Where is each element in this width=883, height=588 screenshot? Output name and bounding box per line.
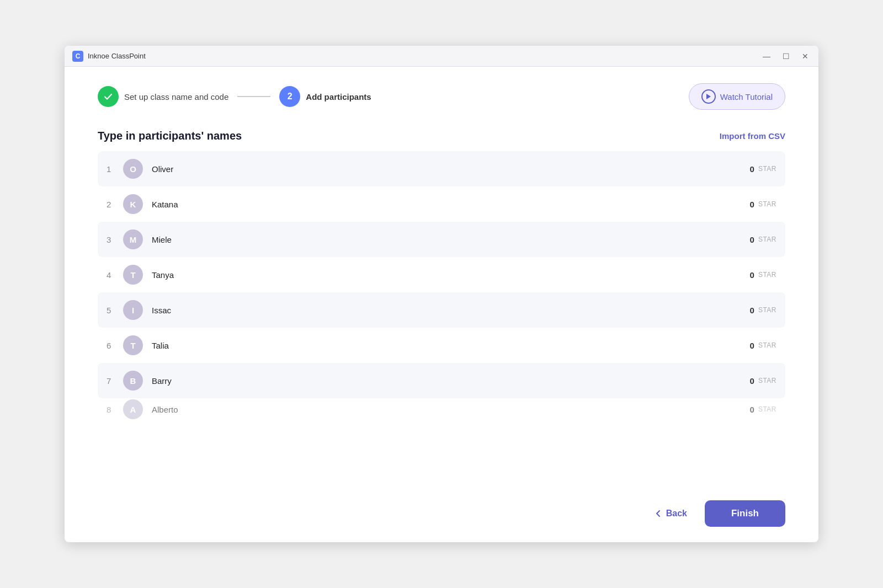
star-count: 0 STAR: [750, 164, 776, 174]
star-label: STAR: [758, 377, 776, 384]
finish-button[interactable]: Finish: [705, 500, 785, 527]
app-logo: C: [72, 51, 83, 62]
participant-row[interactable]: 3 M Miele 0 STAR: [98, 222, 785, 257]
row-number: 7: [107, 376, 123, 386]
star-count: 0 STAR: [750, 235, 776, 244]
avatar: I: [123, 300, 143, 320]
avatar: M: [123, 229, 143, 249]
participant-name: Issac: [152, 306, 750, 315]
participant-row[interactable]: 6 T Talia 0 STAR: [98, 328, 785, 363]
star-count: 0 STAR: [750, 200, 776, 209]
import-csv-link[interactable]: Import from CSV: [720, 131, 785, 141]
star-value: 0: [750, 235, 754, 244]
row-number: 4: [107, 270, 123, 280]
step-1-label: Set up class name and code: [124, 92, 228, 101]
watch-tutorial-button[interactable]: Watch Tutorial: [689, 83, 785, 110]
titlebar: C Inknoe ClassPoint — ☐ ✕: [65, 46, 818, 67]
step-1-circle: [98, 86, 119, 107]
maximize-button[interactable]: ☐: [780, 51, 792, 62]
step-2: 2 Add participants: [279, 86, 371, 107]
star-label: STAR: [758, 200, 776, 208]
section-header: Type in participants' names Import from …: [98, 130, 785, 142]
star-count: 0 STAR: [750, 405, 776, 414]
step-2-circle: 2: [279, 86, 300, 107]
participant-name: Tanya: [152, 270, 750, 280]
participant-name: Alberto: [152, 405, 750, 414]
avatar: T: [123, 335, 143, 355]
minimize-button[interactable]: —: [760, 51, 773, 62]
star-count: 0 STAR: [750, 341, 776, 350]
footer: Back Finish: [98, 491, 785, 531]
main-content: Set up class name and code 2 Add partici…: [65, 67, 818, 542]
participant-row[interactable]: 2 K Katana 0 STAR: [98, 186, 785, 222]
participant-row[interactable]: 8 A Alberto 0 STAR: [98, 398, 785, 420]
star-label: STAR: [758, 341, 776, 349]
step-1: Set up class name and code: [98, 86, 228, 107]
star-value: 0: [750, 200, 754, 209]
participant-name: Barry: [152, 376, 750, 386]
window-controls: — ☐ ✕: [760, 51, 811, 62]
star-value: 0: [750, 405, 754, 414]
row-number: 8: [107, 405, 123, 414]
star-label: STAR: [758, 271, 776, 279]
participant-row[interactable]: 4 T Tanya 0 STAR: [98, 257, 785, 292]
star-value: 0: [750, 164, 754, 174]
step-connector: [237, 96, 270, 97]
star-count: 0 STAR: [750, 270, 776, 280]
participants-list[interactable]: 1 O Oliver 0 STAR 2 K Katana 0 STAR 3 M …: [98, 151, 785, 491]
row-number: 5: [107, 306, 123, 315]
star-label: STAR: [758, 236, 776, 243]
avatar: T: [123, 265, 143, 285]
participant-name: Katana: [152, 200, 750, 209]
star-value: 0: [750, 270, 754, 280]
avatar: O: [123, 159, 143, 179]
star-label: STAR: [758, 306, 776, 314]
app-window: C Inknoe ClassPoint — ☐ ✕ Set up class n…: [65, 46, 818, 542]
chevron-left-icon: [654, 509, 663, 518]
participant-row[interactable]: 5 I Issac 0 STAR: [98, 292, 785, 328]
avatar: A: [123, 399, 143, 419]
step-2-label: Add participants: [306, 92, 371, 101]
participant-row[interactable]: 7 B Barry 0 STAR: [98, 363, 785, 398]
participant-name: Oliver: [152, 164, 750, 174]
row-number: 2: [107, 200, 123, 209]
avatar: B: [123, 371, 143, 391]
stepper: Set up class name and code 2 Add partici…: [98, 83, 785, 110]
star-label: STAR: [758, 165, 776, 173]
row-number: 1: [107, 164, 123, 174]
section-title: Type in participants' names: [98, 130, 242, 142]
row-number: 3: [107, 235, 123, 244]
star-value: 0: [750, 376, 754, 386]
participant-name: Miele: [152, 235, 750, 244]
participant-name: Talia: [152, 341, 750, 350]
close-button[interactable]: ✕: [800, 51, 811, 62]
row-number: 6: [107, 341, 123, 350]
star-value: 0: [750, 341, 754, 350]
participant-row[interactable]: 1 O Oliver 0 STAR: [98, 151, 785, 186]
checkmark-icon: [103, 92, 113, 101]
avatar: K: [123, 194, 143, 214]
app-title: Inknoe ClassPoint: [88, 52, 760, 60]
back-button[interactable]: Back: [644, 503, 697, 524]
star-label: STAR: [758, 405, 776, 413]
play-icon: [701, 89, 716, 104]
star-count: 0 STAR: [750, 376, 776, 386]
star-value: 0: [750, 306, 754, 315]
star-count: 0 STAR: [750, 306, 776, 315]
